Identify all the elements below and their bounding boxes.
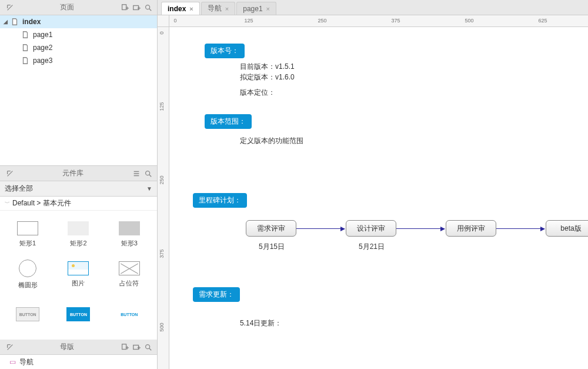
vertical-ruler[interactable]: 0 125 250 375 500 625	[158, 27, 169, 369]
page-tree-item[interactable]: page2	[0, 41, 157, 54]
widget-rect1[interactable]: 矩形1	[2, 215, 53, 253]
library-selector-label: 选择全部	[5, 184, 33, 194]
horizontal-ruler[interactable]: 0 125 250 375 500 625 750	[169, 15, 588, 27]
masters-panel-title: 母版	[15, 342, 118, 352]
collapse-icon[interactable]	[5, 2, 15, 13]
library-path: Default > 基本元件	[12, 198, 71, 208]
text-update[interactable]: 5.14日更新：	[240, 318, 282, 329]
add-folder-icon[interactable]	[131, 2, 142, 13]
text-scope[interactable]: 定义版本的功能范围	[240, 135, 303, 147]
widget-placeholder[interactable]: 占位符	[104, 255, 155, 293]
search-icon[interactable]	[143, 168, 153, 179]
widget-button2[interactable]: BUTTON	[53, 295, 103, 333]
menu-icon[interactable]	[131, 168, 142, 179]
svg-point-2	[146, 5, 150, 9]
page-icon	[21, 44, 29, 52]
search-icon[interactable]	[143, 342, 153, 353]
badge-updates[interactable]: 需求更新：	[193, 287, 240, 302]
widgets-panel-header: 元件库	[0, 166, 157, 181]
svg-rect-4	[122, 344, 126, 349]
page-icon	[21, 31, 29, 39]
widget-button3[interactable]: BUTTON	[104, 295, 155, 333]
milestone-date[interactable]: 5月15日	[259, 241, 285, 252]
pages-tree: ◢ index page1 page2 page3	[0, 15, 157, 166]
masters-panel-header: 母版	[0, 340, 157, 355]
close-icon[interactable]: ×	[266, 5, 270, 12]
page-label: page1	[33, 31, 52, 39]
chevron-down-icon: ▼	[146, 185, 152, 192]
page-tree-item[interactable]: ◢ index	[0, 15, 157, 28]
ruler-corner	[158, 15, 169, 27]
svg-point-6	[146, 344, 150, 348]
master-item[interactable]: ▭ 导航	[0, 355, 157, 369]
text-proposed-version[interactable]: 拟定版本：v1.6.0	[240, 72, 295, 83]
badge-version[interactable]: 版本号：	[205, 44, 245, 58]
badge-milestone[interactable]: 里程碑计划：	[193, 193, 247, 208]
master-label: 导航	[19, 357, 34, 367]
pages-panel-header: 页面	[0, 0, 157, 15]
ruler-row: 0 125 250 375 500 625 750	[158, 15, 588, 27]
collapse-icon[interactable]	[5, 168, 15, 179]
tab-nav[interactable]: 导航×	[201, 2, 235, 15]
left-sidebar: 页面 ◢ index page1 page2 page3 元件库 选择全部	[0, 0, 158, 369]
collapse-icon[interactable]	[5, 342, 15, 353]
caret-icon[interactable]: ◢	[4, 19, 11, 25]
widget-ellipse[interactable]: 椭圆形	[2, 255, 53, 293]
widget-button1[interactable]: BUTTON	[2, 295, 53, 333]
add-page-icon[interactable]	[119, 2, 130, 13]
tab-index[interactable]: index×	[161, 2, 200, 15]
add-folder-icon[interactable]	[131, 342, 142, 353]
widget-image[interactable]: 图片	[53, 255, 103, 293]
milestone-node[interactable]: 需求评审	[246, 220, 296, 237]
page-icon	[21, 56, 29, 65]
svg-rect-1	[133, 5, 139, 9]
tab-page1[interactable]: page1×	[236, 2, 276, 15]
library-category[interactable]: ﹀ Default > 基本元件	[0, 197, 157, 211]
page-label: page2	[33, 44, 52, 52]
widgets-grid: 矩形1 矩形2 矩形3 椭圆形 图片 占位符 BUTTON BUTTON BUT…	[0, 211, 157, 340]
milestone-date[interactable]: 5月21日	[359, 241, 385, 252]
search-icon[interactable]	[143, 2, 153, 13]
page-icon	[11, 18, 19, 26]
text-current-version[interactable]: 目前版本：v1.5.1	[240, 61, 295, 72]
badge-scope[interactable]: 版本范围：	[205, 114, 252, 129]
milestone-node[interactable]: beta版	[546, 220, 588, 237]
text-version-position[interactable]: 版本定位：	[240, 87, 275, 98]
milestone-node[interactable]: 设计评审	[346, 220, 396, 237]
svg-rect-0	[122, 4, 126, 9]
canvas[interactable]: 版本号： 目前版本：v1.5.1 拟定版本：v1.6.0 版本定位： 版本范围：…	[169, 27, 588, 369]
page-label: index	[22, 18, 41, 26]
close-icon[interactable]: ×	[225, 5, 229, 12]
svg-rect-5	[133, 345, 139, 349]
widget-rect2[interactable]: 矩形2	[53, 215, 103, 253]
connector-arrow[interactable]	[296, 228, 345, 229]
widgets-panel-title: 元件库	[15, 168, 130, 178]
connector-arrow[interactable]	[496, 228, 544, 229]
pages-panel-title: 页面	[15, 2, 118, 12]
page-tree-item[interactable]: page3	[0, 54, 157, 67]
close-icon[interactable]: ×	[189, 5, 193, 12]
page-label: page3	[33, 56, 52, 65]
master-icon: ▭	[9, 358, 16, 366]
library-selector[interactable]: 选择全部 ▼	[0, 181, 157, 197]
canvas-area: index× 导航× page1× 0 125 250 375 500 625 …	[158, 0, 588, 369]
add-master-icon[interactable]	[119, 342, 130, 353]
caret-icon: ﹀	[5, 200, 10, 207]
editor-tabs: index× 导航× page1×	[158, 0, 588, 15]
connector-arrow[interactable]	[396, 228, 445, 229]
milestone-node[interactable]: 用例评审	[446, 220, 496, 237]
svg-point-3	[146, 171, 150, 175]
page-tree-item[interactable]: page1	[0, 28, 157, 41]
widget-rect3[interactable]: 矩形3	[104, 215, 155, 253]
